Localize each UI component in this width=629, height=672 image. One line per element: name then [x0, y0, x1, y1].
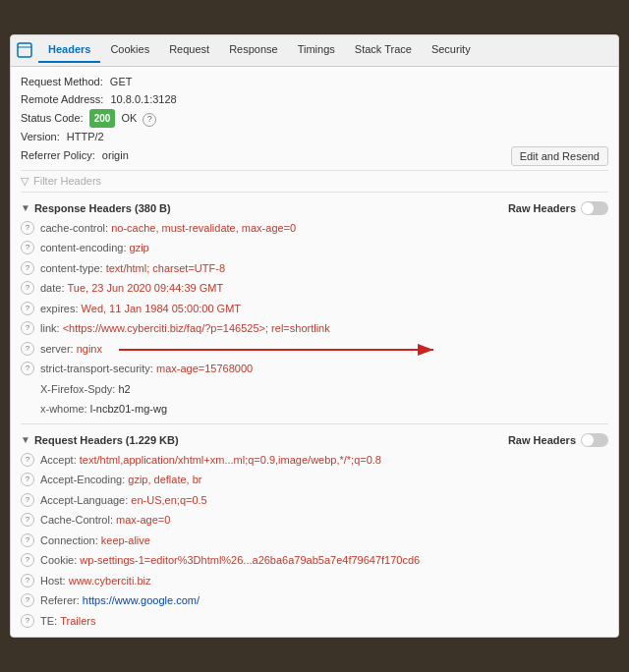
tab-bar: Headers Cookies Request Response Timings… — [11, 35, 618, 67]
header-value: en-US,en;q=0.5 — [131, 492, 206, 509]
header-row-server: ? server: nginx 1 — [21, 339, 608, 360]
header-value: Tue, 23 Jun 2020 09:44:39 GMT — [68, 280, 224, 297]
header-value: no-cache, must-revalidate, max-age=0 — [111, 220, 296, 237]
filter-placeholder: Filter Headers — [33, 175, 101, 187]
header-name: Cache-Control: — [40, 512, 116, 529]
header-name: X-Firefox-Spdy: — [40, 381, 118, 398]
response-headers-section[interactable]: ▼ Response Headers (380 B) Raw Headers — [21, 196, 608, 218]
header-value: nginx — [77, 341, 102, 358]
request-chevron: ▼ — [21, 434, 30, 445]
version-value: HTTP/2 — [67, 131, 104, 142]
header-name: Accept-Encoding: — [40, 472, 128, 488]
header-row: ? strict-transport-security: max-age=157… — [21, 359, 608, 379]
header-value: Trailers — [60, 613, 95, 630]
header-name: strict-transport-security: — [40, 361, 156, 377]
header-name: Cookie: — [40, 552, 80, 569]
referrer-policy-label: Referrer Policy: — [21, 149, 95, 161]
header-row: X-Firefox-Spdy: h2 — [21, 379, 608, 400]
header-name: Connection: — [40, 532, 101, 549]
response-chevron: ▼ — [21, 202, 30, 213]
header-row: ? Referer: https://www.google.com/ — [21, 590, 608, 611]
remote-address-value: 10.8.0.1:3128 — [110, 93, 176, 105]
header-row: ? content-type: text/html; charset=UTF-8 — [21, 258, 608, 279]
help-icon[interactable]: ? — [21, 533, 34, 547]
help-icon[interactable]: ? — [21, 362, 34, 375]
tab-cookies[interactable]: Cookies — [100, 37, 159, 63]
request-headers-title: Request Headers (1.229 KB) — [34, 434, 179, 446]
tab-request[interactable]: Request — [159, 37, 219, 63]
header-value: keep-alive — [101, 532, 150, 549]
header-row: ? Connection: keep-alive — [21, 531, 608, 551]
request-headers-section[interactable]: ▼ Request Headers (1.229 KB) Raw Headers — [21, 428, 608, 450]
header-row: ? Cache-Control: max-age=0 — [21, 510, 608, 531]
help-icon[interactable]: ? — [21, 614, 34, 628]
header-row: ? Host: www.cyberciti.biz — [21, 571, 608, 591]
header-name: cache-control: — [40, 220, 111, 237]
edit-resend-button[interactable]: Edit and Resend — [511, 146, 608, 166]
response-raw-headers: Raw Headers — [508, 201, 608, 215]
panel-icon — [15, 40, 34, 60]
header-value: wp-settings-1=editor%3Dhtml%26...a26ba6a… — [80, 552, 420, 569]
help-icon[interactable]: ? — [21, 302, 34, 315]
help-icon[interactable]: ? — [21, 221, 34, 235]
response-raw-toggle[interactable] — [581, 201, 608, 215]
header-value: text/html,application/xhtml+xm...ml;q=0.… — [80, 452, 381, 469]
help-icon[interactable]: ? — [21, 281, 34, 295]
tab-headers[interactable]: Headers — [38, 37, 100, 63]
header-name: date: — [40, 280, 68, 297]
request-method-value: GET — [110, 76, 133, 87]
header-value: https://www.google.com/ — [83, 592, 200, 609]
header-value: h2 — [118, 381, 130, 398]
header-row: ? Accept-Encoding: gzip, deflate, br — [21, 470, 608, 490]
header-name: x-whome: — [40, 401, 90, 418]
header-value: Wed, 11 Jan 1984 05:00:00 GMT — [82, 301, 241, 317]
request-headers-list: ? Accept: text/html,application/xhtml+xm… — [21, 450, 608, 632]
header-row: ? content-encoding: gzip — [21, 238, 608, 258]
header-value: gzip, deflate, br — [128, 472, 201, 488]
status-code-label: Status Code: — [21, 112, 84, 124]
filter-icon: ▽ — [21, 175, 29, 188]
tab-security[interactable]: Security — [422, 37, 481, 63]
header-name: TE: — [40, 613, 60, 630]
help-icon[interactable]: ? — [21, 574, 34, 588]
request-raw-label: Raw Headers — [508, 434, 576, 446]
request-raw-headers: Raw Headers — [508, 433, 608, 447]
header-row: ? TE: Trailers — [21, 611, 608, 632]
help-icon[interactable]: ? — [21, 493, 34, 507]
help-icon[interactable]: ? — [21, 261, 34, 275]
remote-address-label: Remote Address: — [21, 93, 103, 105]
filter-bar: ▽ Filter Headers — [21, 170, 608, 193]
referrer-policy-row: Referrer Policy: origin Edit and Resend — [21, 146, 608, 166]
tab-timings[interactable]: Timings — [288, 37, 345, 63]
svg-rect-0 — [18, 43, 31, 57]
response-headers-list: ? cache-control: no-cache, must-revalida… — [21, 218, 608, 420]
help-icon[interactable]: ? — [21, 593, 34, 607]
header-value: text/html; charset=UTF-8 — [106, 260, 225, 277]
status-help-icon[interactable]: ? — [143, 113, 156, 127]
request-method-row: Request Method: GET — [21, 73, 608, 91]
status-badge: 200 — [89, 109, 116, 128]
request-raw-toggle[interactable] — [581, 433, 608, 447]
header-name: Host: — [40, 573, 69, 589]
header-row: ? date: Tue, 23 Jun 2020 09:44:39 GMT — [21, 278, 608, 299]
tab-stack-trace[interactable]: Stack Trace — [345, 37, 422, 63]
section-divider — [21, 423, 608, 424]
tab-response[interactable]: Response — [219, 37, 288, 63]
header-row: ? link: <https://www.cyberciti.biz/faq/?… — [21, 318, 608, 339]
help-icon[interactable]: ? — [21, 513, 34, 527]
header-row: ? expires: Wed, 11 Jan 1984 05:00:00 GMT — [21, 299, 608, 319]
header-name: expires: — [40, 301, 82, 317]
header-name: Accept-Language: — [40, 492, 131, 509]
status-code-row: Status Code: 200 OK ? — [21, 109, 608, 128]
annotation-arrow — [119, 341, 315, 359]
header-row: ? Accept-Language: en-US,en;q=0.5 — [21, 490, 608, 511]
header-row: ? Cookie: wp-settings-1=editor%3Dhtml%26… — [21, 550, 608, 571]
help-icon[interactable]: ? — [21, 321, 34, 335]
help-icon[interactable]: ? — [21, 453, 34, 467]
help-icon[interactable]: ? — [21, 342, 34, 356]
header-name: content-type: — [40, 260, 106, 277]
help-icon[interactable]: ? — [21, 241, 34, 254]
help-icon[interactable]: ? — [21, 473, 34, 486]
header-value: www.cyberciti.biz — [69, 573, 151, 589]
help-icon[interactable]: ? — [21, 553, 34, 567]
